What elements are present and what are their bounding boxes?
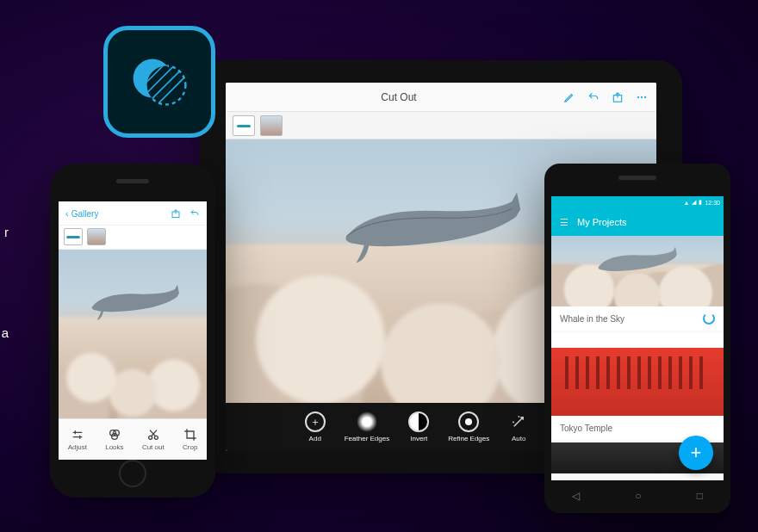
tablet-layer-thumbs <box>226 112 656 139</box>
back-gallery-button[interactable]: ‹ Gallery <box>65 208 98 219</box>
share-icon[interactable] <box>171 208 181 219</box>
iphone-screen: ‹ Gallery Adjust Looks <box>59 201 207 460</box>
project-thumbnail <box>551 333 724 416</box>
svg-point-16 <box>112 434 118 440</box>
tool-label: Add <box>309 435 321 442</box>
tool-label: Invert <box>410 435 427 442</box>
svg-point-10 <box>641 96 643 97</box>
app-icon-photoshop-mix <box>103 26 215 138</box>
tool-crop[interactable]: Crop <box>183 428 197 451</box>
tablet-title: Cut Out <box>234 91 563 103</box>
project-thumbnail <box>551 236 724 306</box>
project-label-row: Whale in the Sky <box>551 306 724 331</box>
android-project-list[interactable]: Whale in the Sky Tokyo Temple + <box>551 236 724 480</box>
android-screen: ▲ ◢ ▮ 12:30 ☰ My Projects Whale in the S… <box>551 196 724 480</box>
tool-label: Looks <box>105 443 123 451</box>
project-title: Tokyo Temple <box>560 424 612 433</box>
project-title: Whale in the Sky <box>560 314 624 324</box>
tool-feather-edges[interactable]: Feather Edges <box>345 411 389 442</box>
undo-icon[interactable] <box>190 208 200 219</box>
android-status-bar: ▲ ◢ ▮ 12:30 <box>551 196 724 208</box>
android-back-icon[interactable]: ◁ <box>572 490 580 502</box>
appbar-title: My Projects <box>577 217 626 227</box>
layer-thumb-image[interactable] <box>87 228 106 245</box>
undo-icon[interactable] <box>587 91 600 103</box>
battery-icon: ▮ <box>699 199 702 206</box>
canvas-clouds <box>59 317 207 418</box>
tablet-toolbar: Cut Out <box>226 83 656 112</box>
iphone-canvas[interactable] <box>59 250 207 418</box>
tool-cutout[interactable]: Cut out <box>142 428 165 451</box>
share-icon[interactable] <box>612 91 624 103</box>
android-appbar: ☰ My Projects <box>551 208 724 236</box>
project-card[interactable]: Tokyo Temple <box>551 333 724 440</box>
layer-thumb-brush[interactable] <box>64 228 83 245</box>
plus-icon: + <box>691 442 702 464</box>
cropped-promo-text: r a <box>0 215 9 350</box>
fab-add-project[interactable]: + <box>679 436 713 470</box>
tool-auto[interactable]: Auto <box>508 411 529 442</box>
iphone-bottom-toolbar: Adjust Looks Cut out Crop <box>59 418 207 460</box>
android-nav-bar: ◁ ○ □ <box>544 486 730 506</box>
status-time: 12:30 <box>705 200 720 206</box>
tool-looks[interactable]: Looks <box>105 428 123 451</box>
wifi-icon: ▲ <box>684 200 690 206</box>
more-icon[interactable] <box>636 91 648 103</box>
android-recents-icon[interactable]: □ <box>697 490 703 502</box>
tool-label: Crop <box>183 443 197 451</box>
hamburger-icon[interactable]: ☰ <box>560 217 568 228</box>
iphone-layer-thumbs <box>59 226 207 250</box>
tool-label: Adjust <box>68 443 87 451</box>
photoshop-mix-logo-icon <box>125 47 194 116</box>
android-device-frame: ▲ ◢ ▮ 12:30 ☰ My Projects Whale in the S… <box>544 164 730 513</box>
project-card[interactable]: Whale in the Sky <box>551 236 724 331</box>
tool-label: Cut out <box>142 443 165 451</box>
tool-refine-edges[interactable]: Refine Edges <box>448 411 489 442</box>
svg-point-11 <box>644 96 646 97</box>
tool-label: Refine Edges <box>448 435 489 442</box>
sync-spinner-icon <box>703 312 715 325</box>
tool-adjust[interactable]: Adjust <box>68 428 87 451</box>
tool-add[interactable]: ＋ Add <box>305 411 326 442</box>
layer-thumb-brush[interactable] <box>233 115 255 136</box>
signal-icon: ◢ <box>692 199 696 206</box>
tool-invert[interactable]: Invert <box>408 411 429 442</box>
pencil-icon[interactable] <box>563 91 575 103</box>
layer-thumb-image[interactable] <box>260 115 283 136</box>
svg-point-9 <box>637 96 639 97</box>
iphone-toolbar: ‹ Gallery <box>59 201 207 226</box>
iphone-device-frame: ‹ Gallery Adjust Looks <box>50 164 215 498</box>
android-home-icon[interactable]: ○ <box>635 490 641 502</box>
tool-label: Feather Edges <box>345 435 389 442</box>
tool-label: Auto <box>512 435 525 442</box>
